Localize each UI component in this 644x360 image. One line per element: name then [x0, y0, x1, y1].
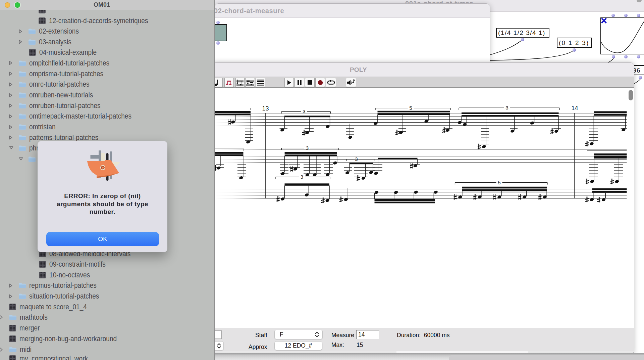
svg-text:3: 3: [303, 108, 305, 114]
svg-text:3: 3: [355, 156, 358, 162]
svg-text:14: 14: [571, 105, 578, 111]
svg-text:3: 3: [306, 145, 309, 151]
svg-text:3: 3: [505, 105, 508, 110]
svg-text:13: 13: [262, 105, 269, 112]
svg-text:5: 5: [498, 180, 500, 185]
svg-text:5: 5: [409, 105, 412, 111]
svg-text:3: 3: [301, 174, 303, 180]
